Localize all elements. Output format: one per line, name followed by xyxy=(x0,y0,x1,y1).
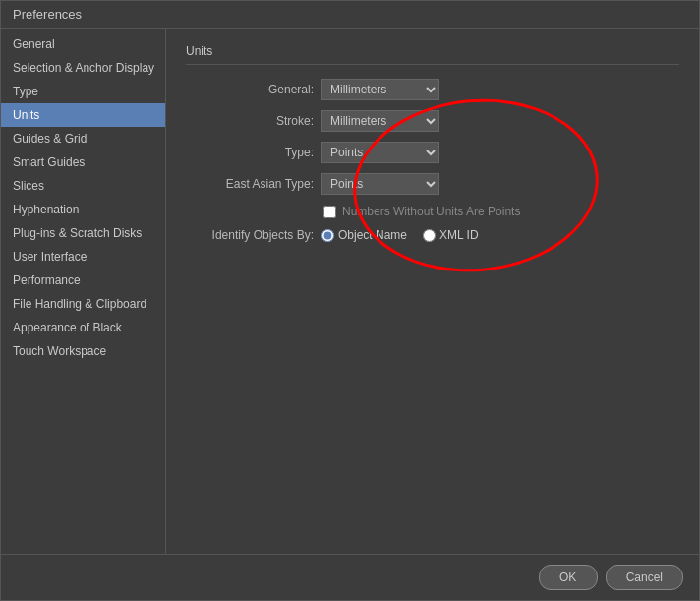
preferences-dialog: Preferences General Selection & Anchor D… xyxy=(0,0,700,601)
general-row: General: Pixels Points Picas Inches Mill… xyxy=(186,79,679,100)
radio-xml-id[interactable]: XML ID xyxy=(423,228,479,242)
general-select[interactable]: Pixels Points Picas Inches Millimeters C… xyxy=(321,79,439,100)
title-bar: Preferences xyxy=(1,1,699,29)
cancel-button[interactable]: Cancel xyxy=(606,565,683,590)
stroke-select[interactable]: Pixels Points Picas Inches Millimeters C… xyxy=(321,110,439,132)
dialog-title: Preferences xyxy=(13,7,82,22)
sidebar-item-hyphenation[interactable]: Hyphenation xyxy=(1,198,165,221)
stroke-row: Stroke: Pixels Points Picas Inches Milli… xyxy=(186,110,679,132)
numbers-without-units-label: Numbers Without Units Are Points xyxy=(342,205,520,218)
footer: OK Cancel xyxy=(1,554,699,600)
sidebar-item-units[interactable]: Units xyxy=(1,103,165,127)
radio-object-name-label: Object Name xyxy=(338,228,407,242)
sidebar-item-user-interface[interactable]: User Interface xyxy=(1,245,165,269)
radio-xml-id-input[interactable] xyxy=(423,229,436,242)
sidebar-item-type[interactable]: Type xyxy=(1,80,165,103)
type-row: Type: Pixels Points Picas Inches Millime… xyxy=(186,142,679,163)
radio-options: Object Name XML ID xyxy=(321,228,479,242)
sidebar-item-slices[interactable]: Slices xyxy=(1,174,165,198)
ok-button[interactable]: OK xyxy=(539,565,598,590)
sidebar-item-general[interactable]: General xyxy=(1,32,165,56)
radio-object-name-input[interactable] xyxy=(321,229,334,242)
radio-object-name[interactable]: Object Name xyxy=(321,228,407,242)
east-asian-select[interactable]: Pixels Points Picas Inches Millimeters C… xyxy=(321,173,439,195)
general-label: General: xyxy=(186,83,314,96)
east-asian-label: East Asian Type: xyxy=(186,177,314,191)
section-title: Units xyxy=(186,44,679,65)
sidebar-item-performance[interactable]: Performance xyxy=(1,269,165,292)
sidebar-item-selection-anchor-display[interactable]: Selection & Anchor Display xyxy=(1,56,165,80)
stroke-label: Stroke: xyxy=(186,114,314,128)
sidebar-item-appearance-of-black[interactable]: Appearance of Black xyxy=(1,316,165,339)
sidebar-item-touch-workspace[interactable]: Touch Workspace xyxy=(1,339,165,363)
type-select[interactable]: Pixels Points Picas Inches Millimeters C… xyxy=(321,142,439,163)
sidebar-item-guides-grid[interactable]: Guides & Grid xyxy=(1,127,165,150)
main-panel: Units General: Pixels Points Picas Inche… xyxy=(166,29,699,554)
sidebar-item-file-handling[interactable]: File Handling & Clipboard xyxy=(1,292,165,316)
content-area: General Selection & Anchor Display Type … xyxy=(1,29,699,554)
identify-objects-row: Identify Objects By: Object Name XML ID xyxy=(186,228,679,242)
sidebar-item-smart-guides[interactable]: Smart Guides xyxy=(1,150,165,174)
east-asian-type-row: East Asian Type: Pixels Points Picas Inc… xyxy=(186,173,679,195)
numbers-without-units-row: Numbers Without Units Are Points xyxy=(323,205,679,218)
sidebar-item-plugins-scratch[interactable]: Plug-ins & Scratch Disks xyxy=(1,221,165,245)
identify-objects-label: Identify Objects By: xyxy=(186,228,314,242)
radio-xml-id-label: XML ID xyxy=(439,228,479,242)
sidebar: General Selection & Anchor Display Type … xyxy=(1,29,166,554)
numbers-without-units-checkbox[interactable] xyxy=(323,206,336,218)
type-label: Type: xyxy=(186,146,314,159)
